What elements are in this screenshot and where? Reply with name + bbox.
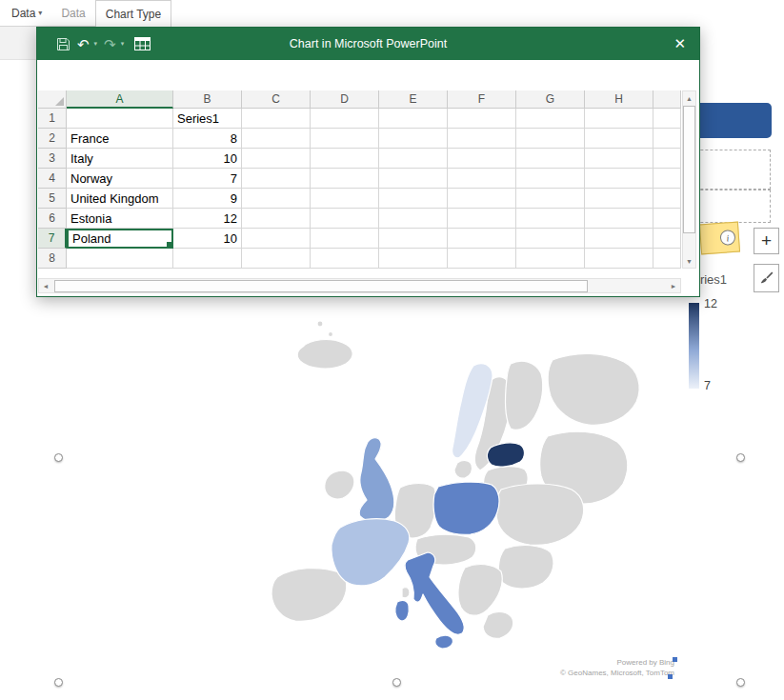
cell-H4[interactable] [585, 169, 653, 189]
cell-H1[interactable] [585, 109, 653, 129]
resize-handle-bottom-right[interactable] [736, 678, 745, 687]
resize-handle-bottom-left[interactable] [54, 678, 63, 687]
col-header-F[interactable]: F [448, 90, 516, 109]
row-header-8[interactable]: 8 [38, 249, 67, 269]
scroll-down-icon[interactable]: ▼ [686, 254, 693, 268]
cell-E8[interactable] [379, 249, 448, 269]
cell-A6[interactable]: Estonia [67, 209, 173, 229]
cell-A3[interactable]: Italy [67, 149, 173, 169]
cell-H5[interactable] [585, 189, 653, 209]
cell-A5[interactable]: United Kingdom [67, 189, 173, 209]
cell-C6[interactable] [242, 209, 311, 229]
undo-dropdown-icon[interactable]: ▾ [94, 40, 98, 48]
scroll-right-icon[interactable]: ► [667, 283, 680, 290]
cell-A4[interactable]: Norway [67, 169, 173, 189]
cell-H3[interactable] [585, 149, 653, 169]
resize-handle-left[interactable] [54, 453, 63, 462]
cell-D7[interactable] [311, 229, 379, 249]
cell-partial-1[interactable] [653, 109, 681, 129]
redo-dropdown-icon[interactable]: ▾ [121, 40, 125, 48]
undo-icon[interactable]: ↶ [77, 37, 90, 51]
col-header-E[interactable]: E [379, 90, 448, 109]
cell-D5[interactable] [311, 189, 379, 209]
col-header-D[interactable]: D [311, 90, 379, 109]
cell-D6[interactable] [311, 209, 379, 229]
resize-handle-bottom[interactable] [392, 678, 401, 687]
cell-G8[interactable] [516, 249, 585, 269]
data-tab[interactable]: Data [51, 0, 94, 26]
chart-type-tab[interactable]: Chart Type [95, 0, 171, 27]
select-all-corner[interactable] [38, 90, 67, 109]
cell-C8[interactable] [242, 249, 311, 269]
col-header-A[interactable]: A [67, 90, 173, 109]
cell-H6[interactable] [585, 209, 653, 229]
col-header-G[interactable]: G [516, 90, 585, 109]
save-icon[interactable] [56, 37, 70, 51]
redo-icon[interactable]: ↷ [104, 37, 116, 51]
col-header-C[interactable]: C [242, 90, 311, 109]
row-header-5[interactable]: 5 [38, 189, 67, 209]
row-header-4[interactable]: 4 [38, 169, 67, 189]
cell-D3[interactable] [311, 149, 379, 169]
scroll-up-icon[interactable]: ▲ [686, 91, 693, 105]
cell-partial-3[interactable] [653, 149, 681, 169]
cell-partial-8[interactable] [653, 249, 681, 269]
cell-A7[interactable]: Poland [67, 229, 173, 249]
cell-A1[interactable] [67, 109, 173, 129]
cell-partial-4[interactable] [653, 169, 681, 189]
island-sardinia[interactable] [395, 600, 409, 621]
cell-F3[interactable] [448, 149, 516, 169]
cell-C7[interactable] [242, 229, 311, 249]
datasheet-icon[interactable] [134, 37, 151, 50]
cell-E4[interactable] [379, 169, 448, 189]
row-header-7[interactable]: 7 [38, 229, 67, 249]
cell-H8[interactable] [585, 249, 653, 269]
cell-F2[interactable] [448, 129, 516, 149]
cell-A2[interactable]: France [67, 129, 173, 149]
cell-B4[interactable]: 7 [173, 169, 242, 189]
cell-D8[interactable] [311, 249, 379, 269]
col-header-partial[interactable] [653, 90, 681, 109]
cell-F4[interactable] [448, 169, 516, 189]
data-menu-button[interactable]: Data ▾ [2, 0, 51, 26]
cell-partial-2[interactable] [653, 129, 681, 149]
cell-F1[interactable] [448, 109, 516, 129]
cell-B5[interactable]: 9 [173, 189, 242, 209]
country-france[interactable] [332, 519, 410, 586]
cell-F6[interactable] [448, 209, 516, 229]
cell-F7[interactable] [448, 229, 516, 249]
cell-B2[interactable]: 8 [173, 129, 242, 149]
cell-F5[interactable] [448, 189, 516, 209]
cell-E3[interactable] [379, 149, 448, 169]
cell-C2[interactable] [242, 129, 311, 149]
cell-C4[interactable] [242, 169, 311, 189]
row-header-2[interactable]: 2 [38, 129, 67, 149]
cell-G1[interactable] [516, 109, 585, 129]
cell-partial-5[interactable] [653, 189, 681, 209]
horizontal-scroll-thumb[interactable] [54, 280, 588, 292]
row-header-6[interactable]: 6 [38, 209, 67, 229]
cell-partial-7[interactable] [653, 229, 681, 249]
cell-F8[interactable] [448, 249, 516, 269]
cell-D2[interactable] [311, 129, 379, 149]
cell-B3[interactable]: 10 [173, 149, 242, 169]
cell-H7[interactable] [585, 229, 653, 249]
vertical-scroll-thumb[interactable] [683, 106, 695, 233]
cell-E1[interactable] [379, 109, 448, 129]
cell-G3[interactable] [516, 149, 585, 169]
cell-G5[interactable] [516, 189, 585, 209]
island-sicily[interactable] [435, 635, 453, 649]
cell-E7[interactable] [379, 229, 448, 249]
col-header-B[interactable]: B [173, 90, 242, 109]
cell-G4[interactable] [516, 169, 585, 189]
cell-D4[interactable] [311, 169, 379, 189]
country-poland[interactable] [433, 482, 499, 534]
cell-B8[interactable] [173, 249, 242, 269]
horizontal-scrollbar[interactable]: ◄ ► [38, 278, 681, 293]
cell-D1[interactable] [311, 109, 379, 129]
cell-B7[interactable]: 10 [173, 229, 242, 249]
chart-elements-button[interactable]: + [754, 228, 779, 254]
cell-G2[interactable] [516, 129, 585, 149]
scroll-left-icon[interactable]: ◄ [39, 283, 52, 290]
row-header-3[interactable]: 3 [38, 149, 67, 169]
